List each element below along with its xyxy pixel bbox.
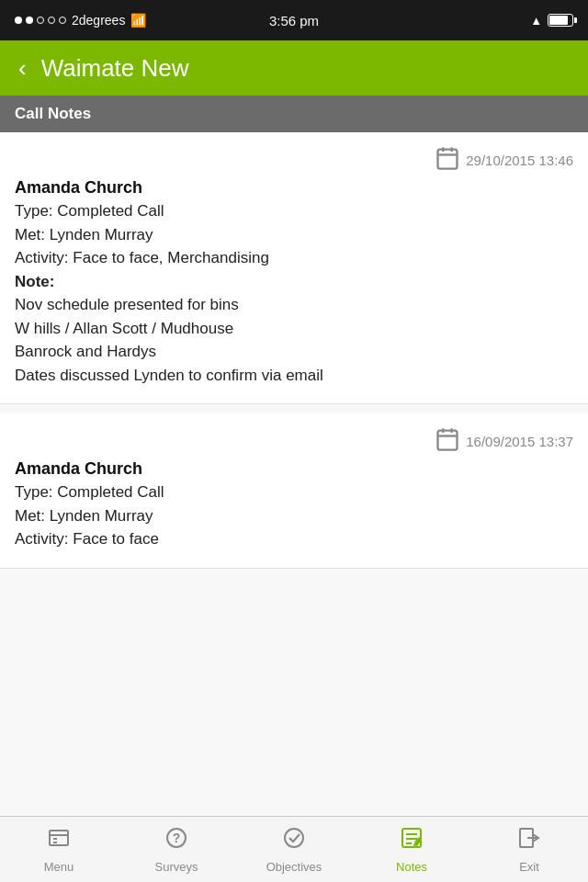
notes-icon	[399, 825, 424, 856]
svg-text:?: ?	[173, 831, 181, 845]
surveys-icon: ?	[164, 825, 189, 856]
svg-rect-4	[438, 431, 458, 450]
dot-3	[37, 17, 44, 24]
menu-icon	[46, 825, 72, 856]
location-icon: ▲	[530, 14, 542, 28]
section-header-label: Call Notes	[15, 105, 91, 122]
section-header: Call Notes	[0, 96, 588, 132]
tab-bar: Menu ? Surveys Objectives	[0, 816, 588, 882]
note-activity-2: Activity: Face to face	[15, 527, 573, 551]
wifi-icon: 📶	[130, 13, 146, 28]
dot-5	[59, 17, 66, 24]
note-type-2: Type: Completed Call	[15, 481, 573, 504]
exit-icon	[516, 825, 542, 856]
status-bar: 2degrees 📶 3:56 pm ▲	[0, 0, 588, 40]
battery-icon	[548, 14, 573, 27]
note-header-2: 16/09/2015 13:37	[15, 426, 573, 456]
note-person-1: Amanda Church	[15, 178, 573, 198]
tab-menu[interactable]: Menu	[0, 818, 118, 881]
header: ‹ Waimate New	[0, 40, 588, 96]
page-title: Waimate New	[41, 54, 189, 83]
tab-surveys-label: Surveys	[155, 860, 198, 874]
dot-2	[26, 17, 33, 24]
status-right: ▲	[530, 14, 573, 28]
note-date-1: 29/10/2015 13:46	[466, 153, 573, 168]
back-button[interactable]: ‹	[18, 56, 27, 80]
carrier-label: 2degrees	[72, 13, 125, 28]
signal-dots	[15, 17, 66, 24]
dot-4	[48, 17, 55, 24]
battery-fill	[549, 16, 568, 25]
svg-rect-8	[50, 831, 68, 845]
time-display: 3:56 pm	[269, 13, 319, 28]
tab-exit[interactable]: Exit	[470, 818, 588, 881]
note-met-2: Met: Lynden Murray	[15, 504, 573, 528]
svg-point-14	[285, 829, 303, 847]
tab-exit-label: Exit	[519, 860, 539, 874]
note-line-1-3: Banrock and Hardys	[15, 340, 573, 364]
notes-container: 29/10/2015 13:46 Amanda Church Type: Com…	[0, 132, 588, 816]
note-entry-1: 29/10/2015 13:46 Amanda Church Type: Com…	[0, 132, 588, 404]
calendar-icon-1	[435, 145, 460, 175]
tab-objectives-label: Objectives	[266, 860, 322, 874]
tab-menu-label: Menu	[44, 860, 74, 874]
tab-notes-label: Notes	[396, 860, 427, 874]
dot-1	[15, 17, 22, 24]
tab-surveys[interactable]: ? Surveys	[118, 818, 235, 881]
note-header-1: 29/10/2015 13:46	[15, 145, 573, 175]
status-left: 2degrees 📶	[15, 13, 146, 28]
note-entry-2: 16/09/2015 13:37 Amanda Church Type: Com…	[0, 413, 588, 569]
note-met-1: Met: Lynden Murray	[15, 223, 573, 247]
note-person-2: Amanda Church	[15, 459, 573, 479]
tab-notes[interactable]: Notes	[353, 818, 470, 881]
objectives-icon	[281, 825, 307, 856]
note-line-1-4: Dates discussed Lynden to confirm via em…	[15, 364, 573, 388]
calendar-icon-2	[435, 426, 460, 456]
note-date-2: 16/09/2015 13:37	[466, 434, 573, 449]
note-note-label-1: Note:	[15, 270, 573, 294]
note-line-1-2: W hills / Allan Scott / Mudhouse	[15, 317, 573, 341]
note-line-1-1: Nov schedule presented for bins	[15, 293, 573, 317]
note-activity-1: Activity: Face to face, Merchandising	[15, 246, 573, 270]
note-type-1: Type: Completed Call	[15, 199, 573, 223]
svg-rect-0	[438, 150, 458, 169]
tab-objectives[interactable]: Objectives	[235, 818, 353, 881]
